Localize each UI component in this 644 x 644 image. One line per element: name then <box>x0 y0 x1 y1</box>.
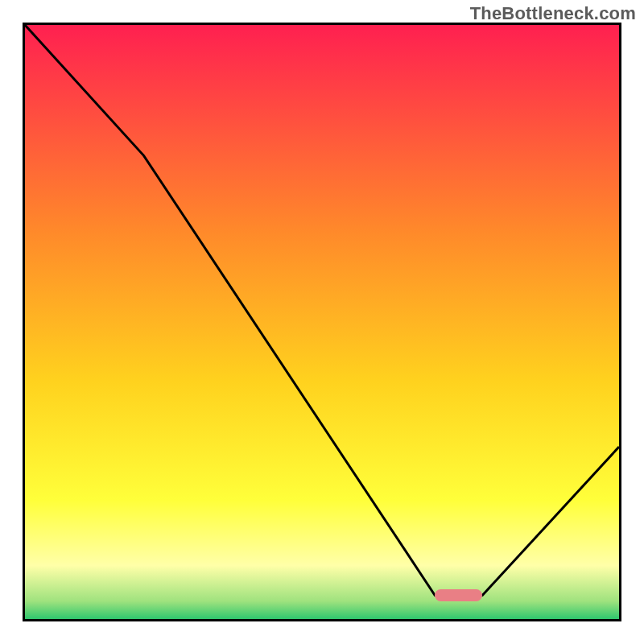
bottleneck-curve <box>25 25 619 619</box>
watermark-label: TheBottleneck.com <box>470 3 636 24</box>
plot-area <box>23 23 621 621</box>
optimal-range-marker <box>435 589 482 601</box>
chart-frame: TheBottleneck.com <box>0 0 644 644</box>
